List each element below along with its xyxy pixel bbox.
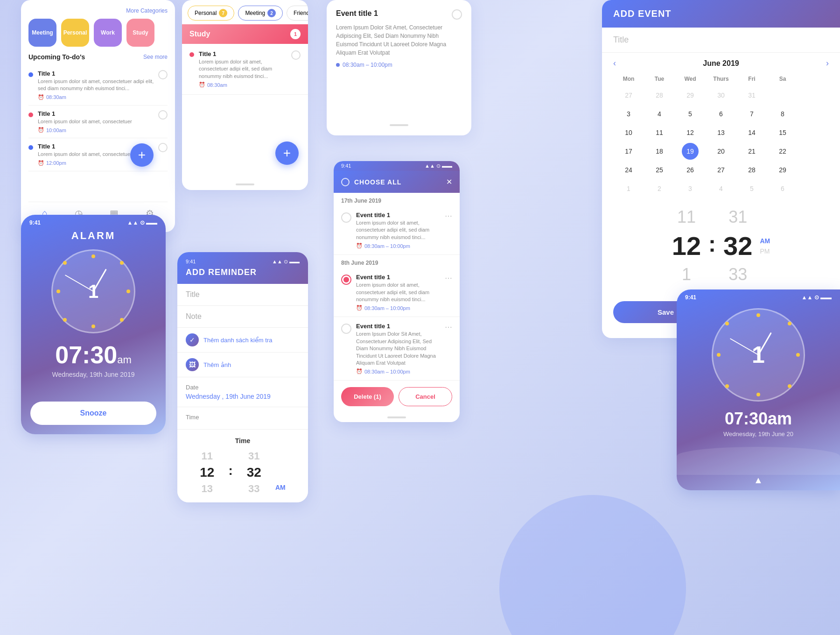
event-checkbox[interactable] xyxy=(452,9,462,20)
add-event-title-field[interactable]: Title xyxy=(602,28,840,53)
todo-checkbox[interactable] xyxy=(158,143,168,152)
event-options-icon[interactable]: ⋯ xyxy=(445,212,452,220)
event-radio[interactable] xyxy=(341,212,351,223)
cal-day[interactable]: 22 xyxy=(774,143,791,160)
cal-day[interactable]: 3 xyxy=(620,106,637,122)
event-radio[interactable] xyxy=(341,324,351,334)
add-event-header: ADD EVENT xyxy=(602,0,840,28)
category-meeting[interactable]: Meeting xyxy=(28,19,56,47)
cal-day[interactable]: 29 xyxy=(682,87,699,104)
cal-day[interactable]: 18 xyxy=(651,143,668,160)
cal-day[interactable]: 29 xyxy=(774,162,791,178)
upcoming-label: Upcoming To-do's xyxy=(28,53,85,61)
cal-day[interactable]: 25 xyxy=(651,162,668,178)
cal-day[interactable]: 7 xyxy=(743,106,760,122)
cal-day[interactable] xyxy=(805,106,822,122)
am-button[interactable]: AM xyxy=(760,237,770,245)
cal-day[interactable]: 5 xyxy=(682,106,699,122)
cal-day[interactable]: 2 xyxy=(651,180,668,197)
cal-day[interactable]: 12 xyxy=(682,124,699,141)
cal-day[interactable]: 6 xyxy=(774,180,791,197)
event-options-icon[interactable]: ⋯ xyxy=(445,274,452,282)
cal-day[interactable]: 26 xyxy=(682,162,699,178)
snooze-button[interactable]: Snooze xyxy=(30,402,156,425)
add-study-fab[interactable]: + xyxy=(275,141,299,165)
prev-month-arrow[interactable]: ‹ xyxy=(613,58,616,68)
cal-day[interactable]: 1 xyxy=(620,180,637,197)
reminder-title-field[interactable]: Title xyxy=(177,284,308,306)
cal-day[interactable] xyxy=(805,162,822,178)
cal-day[interactable]: 6 xyxy=(713,106,729,122)
event-text: Event title 1 Lorem Ipsum Dolor Sit Amet… xyxy=(356,323,440,374)
category-personal[interactable]: Personal xyxy=(61,19,89,47)
up-arrow-icon[interactable]: ▲ xyxy=(677,475,840,490)
cal-day[interactable]: 4 xyxy=(651,106,668,122)
cal-day[interactable]: 10 xyxy=(620,124,637,141)
hour-mid[interactable]: 12 xyxy=(200,465,214,480)
event-time: 08:30am – 10:00pm xyxy=(336,62,462,68)
cal-day[interactable]: 3 xyxy=(682,180,699,197)
tab-meeting[interactable]: Meeting 2 xyxy=(238,6,283,21)
event-options-icon[interactable]: ⋯ xyxy=(445,323,452,332)
cal-day[interactable]: 27 xyxy=(713,162,729,178)
minute-value[interactable]: 32 xyxy=(723,231,752,261)
cal-day[interactable] xyxy=(805,87,822,104)
reminder-note-field[interactable]: Note xyxy=(177,306,308,328)
hour-bot: 1 xyxy=(682,265,691,284)
date-value[interactable]: Wednesday , 19th June 2019 xyxy=(186,393,300,400)
event-radio-checked[interactable] xyxy=(341,275,351,285)
cal-day[interactable] xyxy=(774,87,791,104)
tab-personal[interactable]: Personal 7 xyxy=(188,6,234,21)
cal-day[interactable] xyxy=(805,143,822,160)
see-more-link[interactable]: See more xyxy=(143,54,168,60)
photo-action[interactable]: 🖼 Thêm ảnh xyxy=(177,353,308,377)
cal-day-today[interactable]: 19 xyxy=(682,143,699,160)
cal-day[interactable]: 31 xyxy=(743,87,760,104)
photo-label: Thêm ảnh xyxy=(203,361,231,368)
meeting-badge: 2 xyxy=(267,9,276,17)
close-icon[interactable]: ✕ xyxy=(446,177,452,186)
study-checkbox[interactable] xyxy=(291,50,301,60)
clock2-dot-tl xyxy=(725,322,729,325)
clock-numeral-center: 1 xyxy=(88,281,98,302)
cal-day[interactable]: 28 xyxy=(651,87,668,104)
checklist-action[interactable]: ✓ Thêm danh sách kiểm tra xyxy=(177,328,308,353)
cal-day[interactable]: 8 xyxy=(774,106,791,122)
cal-day[interactable]: 28 xyxy=(743,162,760,178)
cal-day[interactable]: 11 xyxy=(651,124,668,141)
todo-checkbox[interactable] xyxy=(158,110,168,120)
cal-day[interactable]: 27 xyxy=(620,87,637,104)
cal-day[interactable]: 15 xyxy=(774,124,791,141)
min-mid[interactable]: 32 xyxy=(247,465,261,480)
cal-day[interactable]: 5 xyxy=(743,180,760,197)
tab-friend[interactable]: Friend xyxy=(287,6,308,21)
choose-all-circle[interactable] xyxy=(341,178,350,186)
cal-day[interactable]: 24 xyxy=(620,162,637,178)
cal-day[interactable] xyxy=(805,124,822,141)
cal-day[interactable]: 17 xyxy=(620,143,637,160)
reminder-title: ADD REMINDER xyxy=(186,268,300,277)
category-work[interactable]: Work xyxy=(94,19,122,47)
event-scroll-indicator xyxy=(390,124,408,126)
cal-day[interactable]: 21 xyxy=(743,143,760,160)
pm-button[interactable]: PM xyxy=(760,247,770,255)
add-task-fab[interactable]: + xyxy=(130,143,154,167)
cancel-button[interactable]: Cancel xyxy=(399,387,452,406)
more-categories-link[interactable]: More Categories xyxy=(28,7,168,14)
next-month-arrow[interactable]: › xyxy=(826,58,829,68)
cal-day[interactable]: 4 xyxy=(713,180,729,197)
cal-day[interactable]: 20 xyxy=(713,143,729,160)
hour-value[interactable]: 12 xyxy=(672,231,701,261)
dow-sa: Sa xyxy=(767,74,798,84)
delete-button[interactable]: Delete (1) xyxy=(341,387,394,406)
category-study[interactable]: Study xyxy=(126,19,154,47)
cal-day[interactable]: 13 xyxy=(713,124,729,141)
cal-day[interactable]: 30 xyxy=(713,87,729,104)
title-placeholder: Title xyxy=(186,290,200,298)
todo-checkbox[interactable] xyxy=(158,70,168,79)
note-placeholder: Note xyxy=(186,312,202,320)
dow-wed: Wed xyxy=(675,74,706,84)
cal-day[interactable]: 14 xyxy=(743,124,760,141)
ampm-value[interactable]: AM xyxy=(275,484,286,491)
cal-day[interactable] xyxy=(805,180,822,197)
